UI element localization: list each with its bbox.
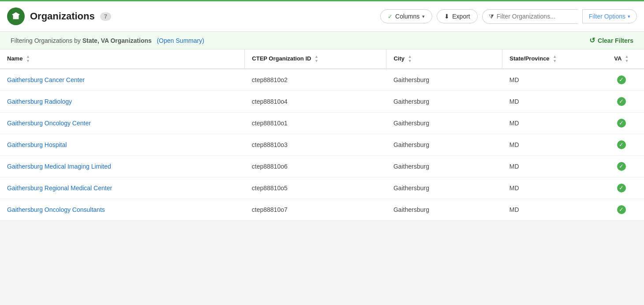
- funnel-icon: ⧩: [489, 13, 494, 20]
- table-row: Gaithersburg Radiology ctep88810o4 Gaith…: [0, 91, 644, 113]
- va-check-icon: ✓: [617, 184, 626, 192]
- cell-state: MD: [502, 69, 599, 91]
- org-icon: [7, 8, 25, 25]
- col-header-va: VA ▲ ▼: [599, 49, 644, 69]
- filter-input-wrapper: ⧩: [482, 9, 578, 24]
- cell-name: Gaithersburg Cancer Center: [0, 69, 245, 91]
- organizations-table-container: Name ▲ ▼ CTEP Organization ID ▲ ▼ City: [0, 49, 644, 221]
- cell-va: ✓: [599, 177, 644, 199]
- cell-city: Gaithersburg: [386, 113, 502, 134]
- cell-state: MD: [502, 199, 599, 221]
- cell-ctep: ctep88810o3: [245, 134, 386, 156]
- table-row: Gaithersburg Medical Imaging Limited cte…: [0, 156, 644, 177]
- svg-rect-0: [15, 17, 17, 19]
- filter-prefix: Filtering Organizations by: [11, 37, 82, 44]
- cell-name: Gaithersburg Regional Medical Center: [0, 177, 245, 199]
- cell-city: Gaithersburg: [386, 91, 502, 113]
- cell-ctep: ctep88810o4: [245, 91, 386, 113]
- sort-icons-state[interactable]: ▲ ▼: [553, 55, 557, 63]
- clear-filters-button[interactable]: ↺ Clear Filters: [589, 36, 633, 45]
- page-header: Organizations 7 ✓ Columns ▾ ⬇ Export ⧩ F…: [0, 0, 644, 32]
- cell-name: Gaithersburg Oncology Consultants: [0, 199, 245, 221]
- table-row: Gaithersburg Hospital ctep88810o3 Gaithe…: [0, 134, 644, 156]
- cell-state: MD: [502, 177, 599, 199]
- org-name-link[interactable]: Gaithersburg Hospital: [7, 141, 67, 148]
- cell-name: Gaithersburg Radiology: [0, 91, 245, 113]
- organizations-table: Name ▲ ▼ CTEP Organization ID ▲ ▼ City: [0, 49, 644, 221]
- open-summary-link[interactable]: (Open Summary): [157, 37, 204, 44]
- cell-name: Gaithersburg Hospital: [0, 134, 245, 156]
- sort-icons-va[interactable]: ▲ ▼: [625, 55, 629, 63]
- check-icon: ✓: [388, 13, 393, 20]
- cell-ctep: ctep88810o1: [245, 113, 386, 134]
- cell-va: ✓: [599, 113, 644, 134]
- va-check-icon: ✓: [617, 140, 626, 149]
- cell-state: MD: [502, 91, 599, 113]
- va-check-icon: ✓: [617, 205, 626, 214]
- sort-asc-icon: ▲: [625, 55, 629, 59]
- cell-state: MD: [502, 113, 599, 134]
- sort-icons-name[interactable]: ▲ ▼: [26, 55, 30, 63]
- col-header-state: State/Province ▲ ▼: [502, 49, 599, 69]
- va-check-icon: ✓: [617, 162, 626, 171]
- header-right: ✓ Columns ▾ ⬇ Export ⧩ Filter Options ▾: [380, 9, 637, 24]
- cell-city: Gaithersburg: [386, 134, 502, 156]
- count-badge: 7: [100, 12, 111, 21]
- col-header-name: Name ▲ ▼: [0, 49, 245, 69]
- cell-va: ✓: [599, 156, 644, 177]
- cell-name: Gaithersburg Oncology Center: [0, 113, 245, 134]
- org-name-link[interactable]: Gaithersburg Oncology Center: [7, 120, 91, 127]
- col-header-city: City ▲ ▼: [386, 49, 502, 69]
- table-row: Gaithersburg Cancer Center ctep88810o2 G…: [0, 69, 644, 91]
- header-left: Organizations 7: [7, 8, 111, 25]
- sort-asc-icon: ▲: [408, 55, 412, 59]
- chevron-down-icon-filter: ▾: [628, 14, 630, 19]
- sort-icons-ctep[interactable]: ▲ ▼: [315, 55, 318, 63]
- org-name-link[interactable]: Gaithersburg Oncology Consultants: [7, 206, 105, 213]
- cell-va: ✓: [599, 69, 644, 91]
- org-name-link[interactable]: Gaithersburg Cancer Center: [7, 76, 85, 83]
- sort-desc-icon: ▼: [553, 59, 557, 63]
- va-check-icon: ✓: [617, 97, 626, 106]
- org-name-link[interactable]: Gaithersburg Regional Medical Center: [7, 185, 112, 192]
- cell-ctep: ctep88810o6: [245, 156, 386, 177]
- table-row: Gaithersburg Oncology Consultants ctep88…: [0, 199, 644, 221]
- columns-button[interactable]: ✓ Columns ▾: [380, 9, 432, 23]
- sort-desc-icon: ▼: [408, 59, 412, 63]
- org-name-link[interactable]: Gaithersburg Radiology: [7, 98, 72, 105]
- sort-asc-icon: ▲: [315, 55, 318, 59]
- header-row: Name ▲ ▼ CTEP Organization ID ▲ ▼ City: [0, 49, 644, 69]
- filter-name: State, VA Organizations: [82, 37, 152, 44]
- cell-city: Gaithersburg: [386, 69, 502, 91]
- cell-city: Gaithersburg: [386, 177, 502, 199]
- cell-ctep: ctep88810o5: [245, 177, 386, 199]
- filter-options-button[interactable]: Filter Options ▾: [582, 9, 637, 23]
- sort-asc-icon: ▲: [553, 55, 557, 59]
- cell-city: Gaithersburg: [386, 199, 502, 221]
- org-name-link[interactable]: Gaithersburg Medical Imaging Limited: [7, 163, 111, 170]
- sort-icons-city[interactable]: ▲ ▼: [408, 55, 412, 63]
- page-title: Organizations: [30, 11, 95, 22]
- sort-desc-icon: ▼: [315, 59, 318, 63]
- sort-desc-icon: ▼: [625, 59, 629, 63]
- filter-banner-text: Filtering Organizations by State, VA Org…: [11, 37, 204, 44]
- cell-state: MD: [502, 156, 599, 177]
- cell-va: ✓: [599, 134, 644, 156]
- cell-va: ✓: [599, 91, 644, 113]
- sort-desc-icon: ▼: [26, 59, 30, 63]
- export-label: Export: [452, 13, 470, 20]
- filter-input[interactable]: [497, 13, 572, 20]
- va-check-icon: ✓: [617, 75, 626, 84]
- chevron-down-icon: ▾: [422, 14, 425, 19]
- export-button[interactable]: ⬇ Export: [437, 9, 477, 23]
- cell-va: ✓: [599, 199, 644, 221]
- download-icon: ⬇: [444, 13, 449, 20]
- cell-name: Gaithersburg Medical Imaging Limited: [0, 156, 245, 177]
- table-row: Gaithersburg Regional Medical Center cte…: [0, 177, 644, 199]
- filter-banner: Filtering Organizations by State, VA Org…: [0, 32, 644, 49]
- table-row: Gaithersburg Oncology Center ctep88810o1…: [0, 113, 644, 134]
- sort-asc-icon: ▲: [26, 55, 30, 59]
- clear-filters-label: Clear Filters: [598, 37, 633, 44]
- cell-city: Gaithersburg: [386, 156, 502, 177]
- cell-ctep: ctep88810o7: [245, 199, 386, 221]
